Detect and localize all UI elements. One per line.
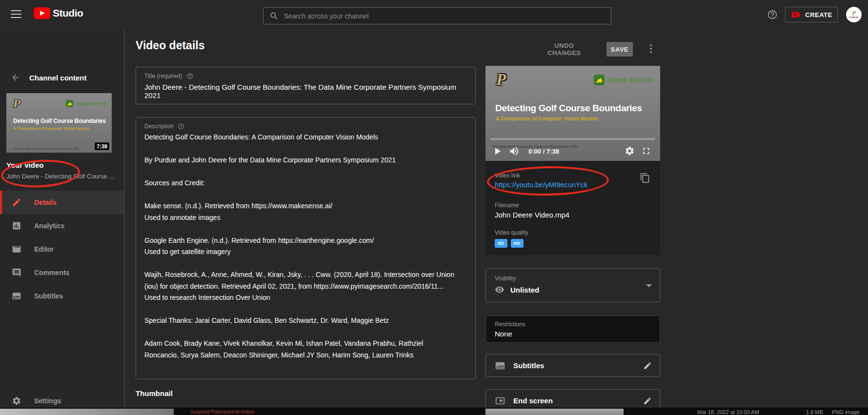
deere-leaping-deer-icon [66, 100, 73, 107]
deere-wordmark: JOHN DEERE [76, 101, 107, 106]
subtitles-icon [495, 360, 505, 371]
description-field-value[interactable]: Detecting Golf Course Boundaries: A Comp… [144, 132, 467, 361]
background-menu-item-text: Suspend Participant Activities [190, 409, 254, 415]
file-size: 1.8 MB [806, 409, 823, 415]
file-info-bar: Mar 18, 2022 at 10:03 AM 1.8 MB PNG imag… [624, 409, 868, 415]
filename-value: John Deere Video.mp4 [495, 211, 569, 219]
youtube-studio-window: Studio CREATE P PURDUE Channel content P [0, 0, 868, 415]
player-settings-gear-icon[interactable] [625, 146, 635, 156]
title-field[interactable]: Title (required) John Deere - Detecting … [136, 67, 476, 104]
end-screen-card-label: End screen [513, 396, 553, 405]
purdue-seal-text: PURDUE [849, 17, 858, 18]
video-quality-badges: SD HD [495, 239, 524, 248]
player-progress-bar[interactable] [490, 138, 655, 140]
comment-bubble-icon [12, 268, 21, 277]
subtitles-card[interactable]: Subtitles [485, 354, 660, 377]
restrictions-card[interactable]: Restrictions None [485, 316, 660, 343]
visibility-value: Unlisted [510, 286, 539, 294]
chevron-down-icon[interactable] [646, 284, 652, 287]
video-player-card: P JOHN DEERE Detecting Golf Course Bound… [485, 66, 660, 255]
sidebar-item-details[interactable]: Details [0, 191, 124, 214]
top-bar: Studio CREATE P PURDUE [0, 0, 868, 29]
description-field-label: Description [144, 123, 174, 130]
right-panel: P JOHN DEERE Detecting Golf Course Bound… [485, 29, 660, 409]
player-controls: 0:00 / 7:38 [485, 141, 660, 161]
gear-icon [12, 396, 21, 406]
john-deere-logo: JOHN DEERE [66, 100, 107, 107]
sidebar-item-comments[interactable]: Comments [0, 261, 124, 284]
play-icon[interactable] [491, 145, 503, 157]
account-avatar[interactable]: P PURDUE [846, 7, 862, 22]
title-field-label: Title (required) [144, 73, 182, 79]
sidebar-item-label: Editor [34, 245, 54, 253]
duration-badge: 7:38 [95, 142, 109, 150]
thumbnail-section-heading: Thumbnail [136, 389, 173, 397]
sd-badge: SD [495, 239, 507, 248]
filename-label: Filename [495, 202, 519, 209]
description-field[interactable]: Description Detecting Golf Course Bounda… [136, 117, 476, 379]
video-menu: Details Analytics Editor Comments Subtit… [0, 191, 124, 308]
thumbnail-footer-text: The Data Mine Corporate Partners Symposi… [13, 147, 79, 150]
create-button[interactable]: CREATE [785, 7, 838, 22]
help-circle-icon[interactable] [178, 123, 184, 130]
deere-leaping-deer-icon [594, 75, 605, 85]
channel-search-box[interactable] [263, 7, 611, 24]
bar-chart-icon [12, 221, 21, 231]
menu-hamburger-icon[interactable] [11, 10, 21, 19]
eye-icon [495, 285, 505, 295]
player-time: 0:00 / 7:38 [528, 148, 559, 155]
visibility-card[interactable]: Visibility Unlisted [485, 268, 660, 302]
video-frame-title: Detecting Golf Course Boundaries [495, 103, 642, 114]
pencil-icon [12, 198, 21, 207]
video-camera-plus-icon [790, 9, 801, 20]
background-window-edge [485, 409, 624, 415]
video-frame-subtitle: A Comparison of Computer Vision Models [496, 116, 598, 121]
video-title-short: John Deere - Detecting Golf Course ... [6, 173, 114, 180]
background-windows-strip: Suspend Participant Activities Mar 18, 2… [0, 408, 868, 415]
video-info-section: Video link https://youtu.be/yMI9ecunYck … [485, 161, 660, 255]
clapperboard-icon [12, 244, 21, 254]
sidebar-item-analytics[interactable]: Analytics [0, 214, 124, 237]
create-button-label: CREATE [805, 11, 832, 19]
video-player-preview[interactable]: P JOHN DEERE Detecting Golf Course Bound… [485, 66, 660, 161]
restrictions-value: None [495, 330, 512, 338]
search-icon [269, 11, 279, 21]
john-deere-logo: JOHN DEERE [594, 75, 653, 85]
channel-content-label: Channel content [29, 74, 87, 82]
search-input[interactable] [284, 12, 605, 20]
help-icon[interactable] [767, 9, 778, 20]
back-arrow-icon[interactable] [11, 73, 20, 82]
purdue-logo: P [496, 71, 506, 89]
youtube-studio-logo[interactable]: Studio [34, 7, 83, 19]
deere-wordmark: JOHN DEERE [607, 77, 653, 84]
back-navigation-row: Channel content [0, 70, 124, 85]
video-link-label: Video link [495, 172, 520, 179]
volume-icon[interactable] [509, 146, 520, 157]
purdue-seal-letter: P [852, 10, 856, 16]
sidebar-item-subtitles[interactable]: Subtitles [0, 284, 124, 308]
thumbnail-title: Detecting Golf Course Boundaries [13, 118, 106, 124]
fullscreen-icon[interactable] [641, 146, 651, 156]
hd-badge: HD [511, 239, 524, 248]
sidebar-divider [124, 29, 125, 409]
sidebar-item-label: Comments [34, 269, 69, 277]
sidebar-item-label: Subtitles [34, 292, 63, 300]
end-screen-icon [495, 395, 505, 406]
your-video-heading: Your video [6, 161, 43, 169]
youtube-play-icon [34, 7, 50, 19]
sidebar-item-label: Details [34, 198, 57, 206]
sidebar-item-editor[interactable]: Editor [0, 237, 124, 261]
sidebar-item-label: Settings [34, 397, 61, 405]
video-link[interactable]: https://youtu.be/yMI9ecunYck [495, 181, 587, 189]
edit-pencil-icon[interactable] [643, 361, 652, 370]
help-circle-icon[interactable] [186, 73, 193, 79]
background-menu-strip: Suspend Participant Activities [174, 409, 485, 415]
page-title: Video details [136, 39, 204, 52]
background-window-edge [0, 409, 174, 415]
edit-pencil-icon[interactable] [643, 396, 652, 405]
restrictions-label: Restrictions [495, 321, 525, 328]
purdue-logo: P [13, 97, 20, 110]
copy-icon[interactable] [640, 173, 650, 183]
visibility-label: Visibility [495, 275, 516, 282]
title-field-value[interactable]: John Deere - Detecting Golf Course Bound… [144, 83, 467, 99]
